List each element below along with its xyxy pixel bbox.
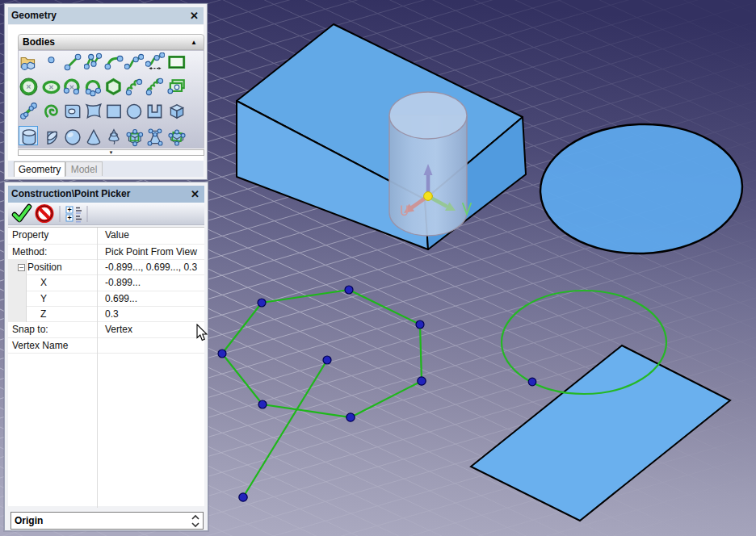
svg-text:+: + (68, 214, 72, 222)
svg-text:+: + (68, 206, 72, 214)
